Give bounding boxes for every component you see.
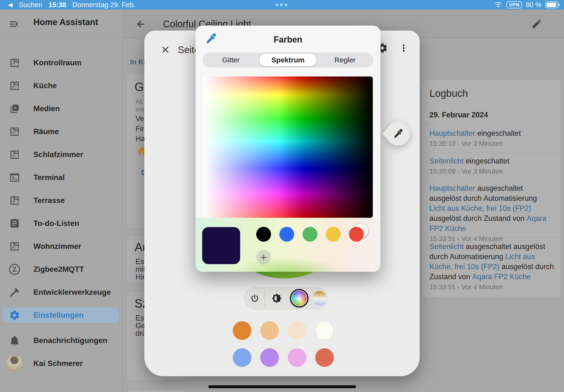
bell-icon [9,335,20,346]
eyedropper-fab[interactable] [386,122,410,146]
sidebar-item-benachrichtigungen[interactable]: Benachrichtigungen [0,329,122,352]
tab-regler[interactable]: Regler [316,52,373,68]
logbook-entry[interactable]: Seitenlicht eingeschaltet 15:35:09 - Vor… [429,156,554,175]
sidebar-item-entwicklerwerkzeuge[interactable]: Entwicklerwerkzeuge [0,281,122,304]
color-temperature-mode-button[interactable] [312,291,327,306]
logbook-date: 29. Februar 2024 [429,111,488,119]
status-bar: ◀ Suchen 15:38 Donnerstag 29. Feb. VPN 8… [0,0,564,10]
floorplan-icon [9,126,20,137]
divider [421,237,561,238]
status-date: Donnerstag 29. Feb. [72,1,136,9]
logbook-entry-time: 15:33:51 - Vor 4 Minuten [429,283,554,291]
logbook-entry-time: 15:35:10 - Vor 3 Minuten [429,140,554,147]
battery-percent: 80 % [526,1,542,9]
preset-color-white[interactable] [315,321,334,340]
menu-collapse-icon[interactable] [9,19,20,30]
brightness-icon[interactable] [272,293,282,303]
divider [264,290,265,307]
terminal-icon [9,172,20,183]
light-control-modes [244,287,328,310]
back-to-app-icon[interactable]: ◀ [8,1,13,8]
light-dialog-title: Seitenlicht [178,44,195,55]
floorplan-icon [9,80,20,91]
divider [421,179,561,179]
sidebar-item-terrasse[interactable]: Terrasse [0,189,122,212]
multitasking-dots-icon[interactable] [275,3,288,6]
color-mode-tabs: Gitter Spektrum Regler [202,52,373,68]
color-spectrum-area[interactable] [203,76,373,218]
add-color-button[interactable]: + [256,250,271,265]
sidebar-item-kontrollraum[interactable]: Kontrollraum [0,51,122,74]
tab-spektrum[interactable]: Spektrum [260,52,317,68]
eyedropper-icon [392,128,403,139]
sidebar-item-medien[interactable]: Medien [0,97,122,120]
vpn-badge: VPN [506,1,522,8]
logbook-entry[interactable]: Hauptschalter ausgeschaltet ausgelöst du… [429,183,554,243]
preset-color-pink[interactable] [288,348,306,367]
preset-color-red[interactable] [315,348,334,367]
divider [421,152,561,153]
preset-color-purple[interactable] [260,348,279,367]
dialog-title: Farben [195,35,381,45]
logbook-title: Logbuch [429,88,468,99]
preset-color-light-peach[interactable] [288,321,306,340]
quick-color-red[interactable] [349,227,364,242]
avatar [6,355,22,371]
status-time: 15:38 [49,1,66,9]
quick-color-yellow[interactable] [326,227,341,242]
color-picker-dialog: Farben Gitter Spektrum Regler + [195,26,381,272]
sidebar-item-raeume[interactable]: Räume [0,120,122,143]
app-title: Home Assistant [33,17,98,27]
sidebar-item-kueche[interactable]: Küche [0,74,122,97]
more-options-icon[interactable] [398,42,409,54]
selected-color-swatch [202,227,240,264]
logbook-entry[interactable]: Seitenlicht ausgeschaltet ausgelöst durc… [429,242,554,291]
tab-gitter[interactable]: Gitter [202,52,260,68]
status-back-app-label[interactable]: Suchen [19,1,42,9]
sidebar-item-schlafzimmer[interactable]: Schlafzimmer [0,143,122,166]
divider [421,124,561,124]
power-icon[interactable] [250,293,260,303]
logbook-card: Logbuch 29. Februar 2024 Hauptschalter e… [421,79,561,297]
sidebar: Home Assistant Kontrollraum Küche Medien… [0,10,123,392]
logbook-entry[interactable]: Hauptschalter eingeschaltet 15:35:10 - V… [429,128,554,147]
floorplan-icon [9,149,20,160]
sidebar-header: Home Assistant [0,10,122,38]
media-icon [9,103,20,114]
preset-color-orange[interactable] [233,321,251,340]
clipboard-list-icon [9,218,20,229]
sidebar-item-user-profile[interactable]: Kai Schmerer [0,352,122,375]
close-icon[interactable] [160,44,171,55]
battery-icon [545,1,558,8]
hammer-icon [9,287,20,298]
color-wheel-mode-button[interactable] [290,289,309,308]
sidebar-divider [0,324,122,325]
home-indicator[interactable] [208,385,356,388]
quick-color-black[interactable] [256,227,271,242]
floorplan-icon [9,57,20,68]
quick-color-blue[interactable] [279,227,294,242]
sidebar-item-zigbee2mqtt[interactable]: Z Zigbee2MQTT [0,258,122,281]
preset-color-peach[interactable] [260,321,279,340]
sidebar-item-terminal[interactable]: Terminal [0,166,122,189]
floorplan-icon [9,195,20,206]
color-wheel-icon [292,291,307,306]
edit-pencil-icon[interactable] [531,18,542,30]
sidebar-item-einstellungen[interactable]: Einstellungen [0,304,122,326]
floorplan-icon [9,241,20,252]
logbook-entry-time: 15:35:09 - Vor 3 Minuten [429,168,554,175]
wifi-icon [494,1,503,8]
zigbee-icon: Z [8,263,21,276]
back-arrow-icon[interactable] [135,19,146,30]
partial-card [126,389,186,392]
preset-color-blue[interactable] [233,348,251,367]
sidebar-item-wohnzimmer[interactable]: Wohnzimmer [0,235,122,258]
sidebar-item-todo-listen[interactable]: To-do-Listen [0,212,122,235]
quick-color-green[interactable] [303,227,317,242]
gear-icon [9,310,20,321]
